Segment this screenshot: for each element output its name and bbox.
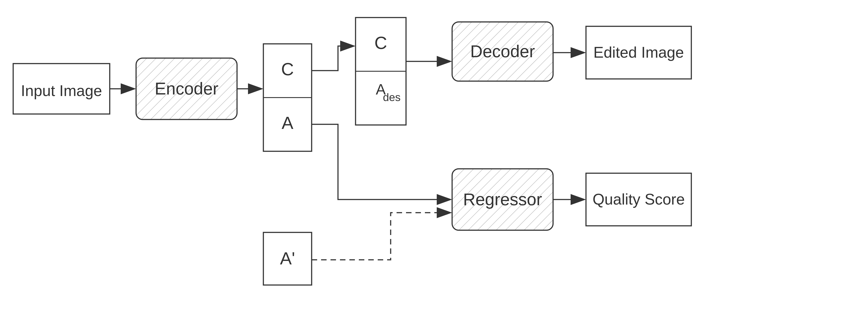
cades-des-subscript: des <box>383 91 401 104</box>
edited-image-label: Edited Image <box>593 44 684 61</box>
regressor-label: Regressor <box>463 190 542 209</box>
encoder-label: Encoder <box>155 79 219 98</box>
input-image-label: Input Image <box>21 82 102 99</box>
quality-score-label: Quality Score <box>593 191 685 208</box>
a-prime-label: A' <box>280 249 295 268</box>
ca-c-label: C <box>281 60 294 79</box>
cades-c-label: C <box>374 33 387 52</box>
diagram-container: Input Image Encoder C A C A des <box>0 0 868 319</box>
ca-a-label: A <box>282 113 293 133</box>
decoder-label: Decoder <box>470 42 535 61</box>
